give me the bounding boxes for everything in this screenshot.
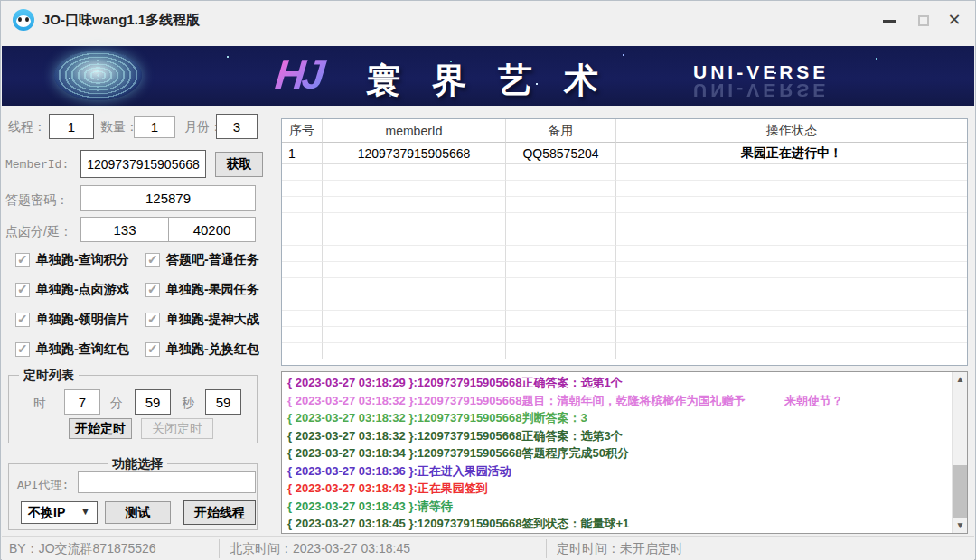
test-button[interactable]: 测试 <box>105 501 171 524</box>
function-group-legend: 功能选择 <box>108 456 167 472</box>
table-empty-cell <box>616 311 967 327</box>
checkbox-icon[interactable]: ✓ <box>15 313 30 327</box>
log-output[interactable]: { 2023-03-27 03:18:29 }:1209737915905668… <box>281 371 968 534</box>
stop-timer-button[interactable]: 关闭定时 <box>141 418 213 439</box>
checkmark-icon: ✓ <box>17 282 28 296</box>
scrollbar-thumb[interactable] <box>953 465 967 518</box>
ip-mode-value: 不换IP <box>28 505 65 521</box>
panda-eye <box>18 17 22 22</box>
checkbox-icon[interactable]: ✓ <box>145 313 160 327</box>
thread-input[interactable]: 1 <box>49 114 94 139</box>
start-timer-button[interactable]: 开始定时 <box>69 418 132 439</box>
table-empty-cell <box>616 278 967 294</box>
table-empty-cell <box>282 197 323 213</box>
checkbox-单独跑-点卤游戏[interactable]: ✓单独跑-点卤游戏 <box>15 281 129 299</box>
table-cell: 果园正在进行中！ <box>616 143 967 164</box>
status-separator <box>219 539 220 558</box>
log-entry: { 2023-03-27 03:18:32 }:1209737915905668… <box>287 427 947 445</box>
checkbox-单独跑-提神大战[interactable]: ✓单独跑-提神大战 <box>145 311 259 329</box>
table-header-3[interactable]: 操作状态 <box>616 119 967 143</box>
checkbox-单独跑-查询红包[interactable]: ✓单独跑-查询红包 <box>15 341 129 359</box>
table-empty-cell <box>506 294 616 311</box>
minute-label: 分 <box>110 396 123 412</box>
password-input[interactable]: 125879 <box>80 185 256 211</box>
hour-input[interactable]: 7 <box>64 389 100 415</box>
thread-label: 线程： <box>8 119 46 135</box>
table-header-2[interactable]: 备用 <box>506 119 616 143</box>
get-button[interactable]: 获取 <box>215 152 263 177</box>
api-proxy-input[interactable] <box>78 471 256 493</box>
score-input-2[interactable]: 40200 <box>168 217 256 242</box>
checkbox-单独跑-果园任务[interactable]: ✓单独跑-果园任务 <box>145 281 259 299</box>
scroll-down-icon[interactable]: ▼ <box>953 518 968 533</box>
checkbox-icon[interactable]: ✓ <box>145 283 160 297</box>
table-empty-cell <box>282 246 323 262</box>
banner: HJ 寰界艺术 UNI-VERSE UNI-VERSE <box>2 46 974 106</box>
log-entry: { 2023-03-27 03:18:36 }:正在进入果园活动 <box>287 462 947 481</box>
chevron-down-icon: ▼ <box>80 506 90 517</box>
table-empty-cell <box>506 327 616 343</box>
table-empty-row <box>282 278 967 294</box>
scroll-up-icon[interactable]: ▲ <box>953 372 968 387</box>
checkbox-单独跑-领明信片[interactable]: ✓单独跑-领明信片 <box>15 311 129 329</box>
checkbox-label: 单独跑-点卤游戏 <box>36 282 129 298</box>
table-empty-cell <box>616 197 967 213</box>
memberid-input[interactable]: 1209737915905668 <box>80 150 206 178</box>
log-lines: { 2023-03-27 03:18:29 }:1209737915905668… <box>287 374 947 533</box>
table-empty-cell <box>506 343 616 359</box>
score-input-1[interactable]: 133 <box>80 217 169 242</box>
table-empty-cell <box>282 164 323 181</box>
table-empty-cell <box>323 327 506 343</box>
table-empty-cell <box>323 278 506 294</box>
table-empty-cell <box>506 164 616 181</box>
table-empty-row <box>282 311 967 327</box>
table-empty-cell <box>323 181 506 197</box>
checkbox-icon[interactable]: ✓ <box>145 253 160 267</box>
table-header-0[interactable]: 序号 <box>282 119 323 143</box>
checkbox-label: 单独跑-果园任务 <box>166 282 259 298</box>
status-by: BY：JO交流群871875526 <box>9 537 156 560</box>
globe-graphic <box>54 51 142 100</box>
checkbox-icon[interactable]: ✓ <box>15 342 30 357</box>
table-empty-row <box>282 343 967 359</box>
checkbox-label: 单独跑-提神大战 <box>166 312 259 328</box>
app-window: JO-口味wang1.1多线程版 ✕ HJ 寰界艺术 UNI-VERSE UNI… <box>0 0 976 560</box>
table-empty-cell <box>323 294 506 311</box>
second-label: 秒 <box>182 396 194 412</box>
second-input[interactable]: 59 <box>205 389 241 415</box>
table-empty-cell <box>282 229 323 246</box>
maximize-button[interactable] <box>908 1 939 39</box>
log-scrollbar[interactable]: ▲ ▼ <box>952 372 967 533</box>
checkbox-单独跑-兑换红包[interactable]: ✓单独跑-兑换红包 <box>145 341 259 359</box>
checkbox-icon[interactable]: ✓ <box>145 342 160 357</box>
count-input[interactable]: 1 <box>134 116 175 138</box>
table-row[interactable]: 11209737915905668QQ58575204果园正在进行中！ <box>282 143 967 164</box>
checkbox-单独跑-查询积分[interactable]: ✓单独跑-查询积分 <box>15 251 129 269</box>
table-empty-cell <box>506 197 616 213</box>
table-cell: QQ58575204 <box>506 143 616 164</box>
checkbox-label: 答题吧-普通任务 <box>166 252 259 268</box>
count-label: 数量： <box>100 119 138 135</box>
close-button[interactable]: ✕ <box>939 1 970 39</box>
table-empty-row <box>282 213 967 229</box>
maximize-icon <box>918 15 929 26</box>
table-empty-row <box>282 229 967 246</box>
checkbox-icon[interactable]: ✓ <box>15 283 30 297</box>
member-table[interactable]: 序号memberId备用操作状态11209737915905668QQ58575… <box>281 118 968 366</box>
table-empty-row <box>282 164 967 181</box>
table-empty-cell <box>616 294 967 311</box>
checkbox-icon[interactable]: ✓ <box>15 253 30 267</box>
minute-input[interactable]: 59 <box>135 389 171 415</box>
table-empty-cell <box>323 164 506 181</box>
panda-eye <box>25 17 29 22</box>
minimize-button[interactable] <box>874 1 905 39</box>
month-input[interactable]: 3 <box>216 114 258 139</box>
checkmark-icon: ✓ <box>147 252 158 266</box>
start-thread-button[interactable]: 开始线程 <box>183 500 256 525</box>
table-header-1[interactable]: memberId <box>323 119 506 143</box>
table-empty-cell <box>323 311 506 327</box>
checkbox-答题吧-普通任务[interactable]: ✓答题吧-普通任务 <box>145 251 259 269</box>
password-label: 答题密码： <box>5 192 69 209</box>
checkmark-icon: ✓ <box>17 341 28 356</box>
ip-mode-select[interactable]: 不换IP ▼ <box>21 501 98 524</box>
